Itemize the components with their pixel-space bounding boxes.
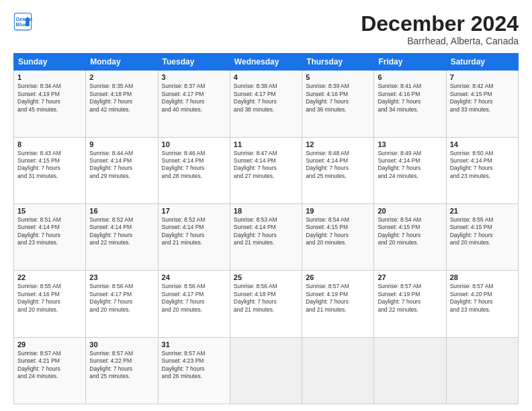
day-info: Sunrise: 8:38 AM Sunset: 4:17 PM Dayligh… (234, 83, 298, 113)
weekday-header-saturday: Saturday (446, 54, 518, 71)
day-info: Sunrise: 8:37 AM Sunset: 4:17 PM Dayligh… (162, 83, 226, 113)
page: General Blue December 2024 Barrhead, Alb… (0, 0, 532, 411)
calendar-day-cell: 23Sunrise: 8:56 AM Sunset: 4:17 PM Dayli… (86, 271, 158, 337)
day-number: 15 (17, 207, 82, 215)
calendar-day-cell: 18Sunrise: 8:53 AM Sunset: 4:14 PM Dayli… (230, 203, 302, 270)
calendar-day-cell: 19Sunrise: 8:54 AM Sunset: 4:15 PM Dayli… (302, 203, 374, 270)
day-number: 7 (450, 73, 515, 81)
day-info: Sunrise: 8:57 AM Sunset: 4:19 PM Dayligh… (306, 283, 370, 314)
day-info: Sunrise: 8:43 AM Sunset: 4:15 PM Dayligh… (17, 150, 82, 181)
calendar-day-cell: 27Sunrise: 8:57 AM Sunset: 4:19 PM Dayli… (374, 271, 446, 337)
logo-icon: General Blue (13, 12, 32, 31)
day-info: Sunrise: 8:46 AM Sunset: 4:14 PM Dayligh… (162, 150, 226, 181)
calendar-week-row: 8Sunrise: 8:43 AM Sunset: 4:15 PM Daylig… (14, 137, 519, 203)
calendar-day-cell: 15Sunrise: 8:51 AM Sunset: 4:14 PM Dayli… (14, 203, 86, 270)
calendar-day-cell (374, 337, 446, 404)
day-info: Sunrise: 8:44 AM Sunset: 4:14 PM Dayligh… (89, 150, 154, 181)
day-info: Sunrise: 8:50 AM Sunset: 4:14 PM Dayligh… (450, 150, 515, 181)
calendar-day-cell: 25Sunrise: 8:56 AM Sunset: 4:18 PM Dayli… (230, 271, 302, 337)
day-info: Sunrise: 8:52 AM Sunset: 4:14 PM Dayligh… (162, 216, 226, 247)
day-info: Sunrise: 8:42 AM Sunset: 4:15 PM Dayligh… (450, 83, 515, 113)
day-number: 1 (17, 73, 82, 81)
day-number: 17 (162, 207, 226, 215)
day-info: Sunrise: 8:35 AM Sunset: 4:18 PM Dayligh… (89, 83, 154, 113)
day-info: Sunrise: 8:48 AM Sunset: 4:14 PM Dayligh… (306, 150, 370, 181)
day-info: Sunrise: 8:53 AM Sunset: 4:14 PM Dayligh… (234, 216, 298, 247)
calendar-day-cell: 7Sunrise: 8:42 AM Sunset: 4:15 PM Daylig… (446, 71, 518, 137)
calendar-day-cell: 21Sunrise: 8:55 AM Sunset: 4:15 PM Dayli… (446, 203, 518, 270)
calendar-day-cell: 2Sunrise: 8:35 AM Sunset: 4:18 PM Daylig… (86, 71, 158, 137)
day-info: Sunrise: 8:57 AM Sunset: 4:22 PM Dayligh… (89, 350, 154, 381)
header: General Blue December 2024 Barrhead, Alb… (13, 12, 519, 46)
day-number: 12 (306, 140, 370, 148)
day-info: Sunrise: 8:54 AM Sunset: 4:15 PM Dayligh… (306, 216, 370, 247)
day-info: Sunrise: 8:57 AM Sunset: 4:20 PM Dayligh… (450, 283, 515, 314)
day-number: 29 (17, 340, 82, 349)
day-number: 6 (378, 73, 442, 81)
day-number: 24 (162, 273, 226, 281)
calendar-day-cell: 13Sunrise: 8:49 AM Sunset: 4:14 PM Dayli… (374, 137, 446, 203)
day-number: 20 (378, 207, 442, 215)
day-number: 13 (378, 140, 442, 148)
calendar-day-cell: 30Sunrise: 8:57 AM Sunset: 4:22 PM Dayli… (86, 337, 158, 404)
calendar-day-cell: 9Sunrise: 8:44 AM Sunset: 4:14 PM Daylig… (86, 137, 158, 203)
calendar-day-cell: 11Sunrise: 8:47 AM Sunset: 4:14 PM Dayli… (230, 137, 302, 203)
calendar-day-cell: 28Sunrise: 8:57 AM Sunset: 4:20 PM Dayli… (446, 271, 518, 337)
day-number: 16 (89, 207, 154, 215)
calendar-day-cell (446, 337, 518, 404)
day-number: 11 (234, 140, 298, 148)
calendar-day-cell: 4Sunrise: 8:38 AM Sunset: 4:17 PM Daylig… (230, 71, 302, 137)
calendar-table: SundayMondayTuesdayWednesdayThursdayFrid… (13, 53, 519, 404)
calendar-title: December 2024 (361, 12, 519, 36)
day-info: Sunrise: 8:57 AM Sunset: 4:21 PM Dayligh… (17, 350, 82, 381)
day-number: 2 (89, 73, 154, 81)
weekday-header-thursday: Thursday (302, 54, 374, 71)
calendar-day-cell: 14Sunrise: 8:50 AM Sunset: 4:14 PM Dayli… (446, 137, 518, 203)
day-info: Sunrise: 8:39 AM Sunset: 4:16 PM Dayligh… (306, 83, 370, 113)
svg-text:General: General (16, 16, 33, 22)
day-info: Sunrise: 8:55 AM Sunset: 4:15 PM Dayligh… (450, 216, 515, 247)
day-info: Sunrise: 8:51 AM Sunset: 4:14 PM Dayligh… (17, 216, 82, 247)
weekday-header-monday: Monday (86, 54, 158, 71)
calendar-day-cell: 24Sunrise: 8:56 AM Sunset: 4:17 PM Dayli… (158, 271, 230, 337)
calendar-day-cell: 26Sunrise: 8:57 AM Sunset: 4:19 PM Dayli… (302, 271, 374, 337)
calendar-body: 1Sunrise: 8:34 AM Sunset: 4:19 PM Daylig… (14, 71, 519, 404)
calendar-week-row: 1Sunrise: 8:34 AM Sunset: 4:19 PM Daylig… (14, 71, 519, 137)
day-number: 18 (234, 207, 298, 215)
calendar-day-cell: 20Sunrise: 8:54 AM Sunset: 4:15 PM Dayli… (374, 203, 446, 270)
day-info: Sunrise: 8:56 AM Sunset: 4:17 PM Dayligh… (89, 283, 154, 314)
day-number: 8 (17, 140, 82, 148)
day-info: Sunrise: 8:47 AM Sunset: 4:14 PM Dayligh… (234, 150, 298, 181)
logo: General Blue (13, 12, 32, 31)
calendar-day-cell (230, 337, 302, 404)
day-number: 26 (306, 273, 370, 281)
day-info: Sunrise: 8:55 AM Sunset: 4:16 PM Dayligh… (17, 283, 82, 314)
calendar-day-cell: 31Sunrise: 8:57 AM Sunset: 4:23 PM Dayli… (158, 337, 230, 404)
day-number: 3 (162, 73, 226, 81)
day-info: Sunrise: 8:57 AM Sunset: 4:19 PM Dayligh… (378, 283, 442, 314)
calendar-day-cell: 6Sunrise: 8:41 AM Sunset: 4:16 PM Daylig… (374, 71, 446, 137)
weekday-header-sunday: Sunday (14, 54, 86, 71)
day-number: 28 (450, 273, 515, 281)
weekday-header-friday: Friday (374, 54, 446, 71)
weekday-header-tuesday: Tuesday (158, 54, 230, 71)
calendar-day-cell: 1Sunrise: 8:34 AM Sunset: 4:19 PM Daylig… (14, 71, 86, 137)
calendar-week-row: 22Sunrise: 8:55 AM Sunset: 4:16 PM Dayli… (14, 271, 519, 337)
day-info: Sunrise: 8:49 AM Sunset: 4:14 PM Dayligh… (378, 150, 442, 181)
calendar-day-cell: 16Sunrise: 8:52 AM Sunset: 4:14 PM Dayli… (86, 203, 158, 270)
day-number: 22 (17, 273, 82, 281)
day-number: 19 (306, 207, 370, 215)
calendar-day-cell: 22Sunrise: 8:55 AM Sunset: 4:16 PM Dayli… (14, 271, 86, 337)
day-number: 30 (89, 340, 154, 349)
day-number: 9 (89, 140, 154, 148)
calendar-day-cell (302, 337, 374, 404)
calendar-day-cell: 8Sunrise: 8:43 AM Sunset: 4:15 PM Daylig… (14, 137, 86, 203)
calendar-subtitle: Barrhead, Alberta, Canada (361, 36, 519, 46)
calendar-day-cell: 3Sunrise: 8:37 AM Sunset: 4:17 PM Daylig… (158, 71, 230, 137)
day-number: 25 (234, 273, 298, 281)
title-block: December 2024 Barrhead, Alberta, Canada (361, 12, 519, 46)
day-info: Sunrise: 8:52 AM Sunset: 4:14 PM Dayligh… (89, 216, 154, 247)
calendar-day-cell: 10Sunrise: 8:46 AM Sunset: 4:14 PM Dayli… (158, 137, 230, 203)
day-info: Sunrise: 8:34 AM Sunset: 4:19 PM Dayligh… (17, 83, 82, 113)
calendar-day-cell: 5Sunrise: 8:39 AM Sunset: 4:16 PM Daylig… (302, 71, 374, 137)
